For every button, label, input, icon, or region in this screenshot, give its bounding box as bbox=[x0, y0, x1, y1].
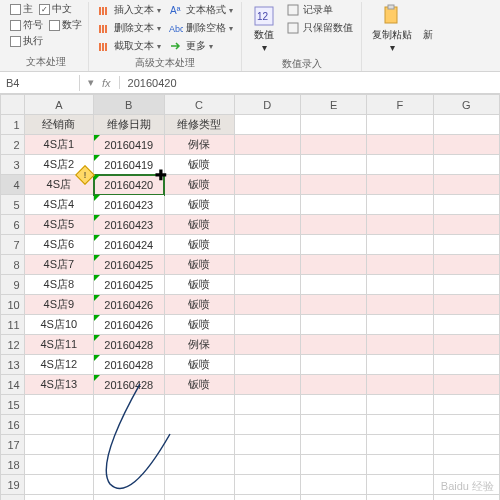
cell[interactable]: 20160428 bbox=[94, 355, 165, 375]
cell[interactable] bbox=[367, 415, 433, 435]
more-button[interactable]: 更多▾ bbox=[167, 38, 235, 54]
cell[interactable] bbox=[367, 255, 433, 275]
cell[interactable] bbox=[24, 415, 93, 435]
cell[interactable] bbox=[433, 455, 500, 475]
cell[interactable] bbox=[367, 115, 433, 135]
cell[interactable] bbox=[234, 275, 300, 295]
delete-space-button[interactable]: Abc删除空格▾ bbox=[167, 20, 235, 36]
row-header[interactable]: 4 bbox=[1, 175, 25, 195]
cell[interactable] bbox=[433, 215, 500, 235]
col-header-A[interactable]: A bbox=[24, 95, 93, 115]
cell[interactable] bbox=[300, 395, 366, 415]
cell[interactable] bbox=[433, 115, 500, 135]
format-text-button[interactable]: Aª文本格式▾ bbox=[167, 2, 235, 18]
cell[interactable] bbox=[234, 175, 300, 195]
cell[interactable] bbox=[433, 175, 500, 195]
cell[interactable]: 20160428 bbox=[94, 335, 165, 355]
checkbox-符号[interactable]: 符号 bbox=[10, 18, 43, 32]
cell[interactable] bbox=[234, 415, 300, 435]
cell[interactable] bbox=[234, 255, 300, 275]
cell[interactable] bbox=[367, 175, 433, 195]
cell[interactable] bbox=[433, 255, 500, 275]
cell[interactable]: 钣喷 bbox=[164, 255, 234, 275]
cell[interactable]: 20160425 bbox=[94, 255, 165, 275]
cell[interactable]: 4S店6 bbox=[24, 235, 93, 255]
cell[interactable]: 钣喷 bbox=[164, 295, 234, 315]
cell[interactable] bbox=[300, 135, 366, 155]
cell[interactable] bbox=[164, 395, 234, 415]
cell[interactable]: 20160426 bbox=[94, 315, 165, 335]
numeric-button[interactable]: 12数值▾ bbox=[248, 2, 280, 55]
cell[interactable] bbox=[24, 495, 93, 501]
cell[interactable]: 维修类型 bbox=[164, 115, 234, 135]
cell[interactable] bbox=[433, 275, 500, 295]
spreadsheet[interactable]: ABCDEFG1经销商维修日期维修类型24S店120160419例保34S店22… bbox=[0, 94, 500, 500]
formula-value[interactable]: 20160420 bbox=[120, 75, 500, 91]
copy-paste-button[interactable]: 复制粘贴▾ bbox=[368, 2, 416, 55]
cell[interactable] bbox=[433, 375, 500, 395]
cell[interactable]: 4S店12 bbox=[24, 355, 93, 375]
cell[interactable] bbox=[367, 375, 433, 395]
cell[interactable] bbox=[94, 415, 165, 435]
cell[interactable] bbox=[234, 335, 300, 355]
cell[interactable]: 20160428 bbox=[94, 375, 165, 395]
cell[interactable] bbox=[433, 135, 500, 155]
cell[interactable] bbox=[367, 315, 433, 335]
delete-text-button[interactable]: 删除文本▾ bbox=[95, 20, 163, 36]
cell[interactable] bbox=[234, 195, 300, 215]
cell[interactable] bbox=[164, 415, 234, 435]
cell[interactable] bbox=[94, 435, 165, 455]
checkbox-主[interactable]: 主 bbox=[10, 2, 33, 16]
cell[interactable] bbox=[433, 415, 500, 435]
cell[interactable] bbox=[433, 235, 500, 255]
cell[interactable]: 4S店4 bbox=[24, 195, 93, 215]
cell[interactable] bbox=[300, 455, 366, 475]
col-header-B[interactable]: B bbox=[94, 95, 165, 115]
cell[interactable] bbox=[24, 395, 93, 415]
col-header-E[interactable]: E bbox=[300, 95, 366, 115]
cell[interactable] bbox=[300, 115, 366, 135]
cell[interactable] bbox=[234, 375, 300, 395]
cell[interactable] bbox=[367, 195, 433, 215]
cell[interactable] bbox=[24, 475, 93, 495]
cell[interactable] bbox=[164, 495, 234, 501]
cell[interactable]: 钣喷 bbox=[164, 155, 234, 175]
cell[interactable] bbox=[24, 455, 93, 475]
cell[interactable] bbox=[234, 495, 300, 501]
cell[interactable] bbox=[367, 275, 433, 295]
cell[interactable] bbox=[300, 315, 366, 335]
cell[interactable] bbox=[234, 295, 300, 315]
cell[interactable] bbox=[24, 435, 93, 455]
checkbox-数字[interactable]: 数字 bbox=[49, 18, 82, 32]
cell[interactable] bbox=[164, 455, 234, 475]
cell[interactable] bbox=[300, 335, 366, 355]
cell[interactable] bbox=[300, 495, 366, 501]
row-header[interactable]: 19 bbox=[1, 475, 25, 495]
col-header-F[interactable]: F bbox=[367, 95, 433, 115]
row-header[interactable]: 15 bbox=[1, 395, 25, 415]
cell[interactable] bbox=[234, 395, 300, 415]
cell[interactable]: 20160423 bbox=[94, 195, 165, 215]
cell[interactable] bbox=[433, 335, 500, 355]
cell[interactable]: 维修日期 bbox=[94, 115, 165, 135]
cell[interactable] bbox=[367, 395, 433, 415]
col-header-D[interactable]: D bbox=[234, 95, 300, 115]
namebox-dd-icon[interactable]: ▾ bbox=[88, 76, 94, 89]
row-header[interactable]: 14 bbox=[1, 375, 25, 395]
cell[interactable]: 钣喷 bbox=[164, 215, 234, 235]
cell[interactable]: 4S店8 bbox=[24, 275, 93, 295]
cell[interactable] bbox=[300, 415, 366, 435]
row-header[interactable]: 2 bbox=[1, 135, 25, 155]
row-header[interactable]: 9 bbox=[1, 275, 25, 295]
cell[interactable]: 20160423 bbox=[94, 215, 165, 235]
row-header[interactable]: 18 bbox=[1, 455, 25, 475]
cell[interactable] bbox=[367, 155, 433, 175]
row-header[interactable]: 10 bbox=[1, 295, 25, 315]
cell[interactable] bbox=[433, 295, 500, 315]
cell[interactable]: 钣喷 bbox=[164, 195, 234, 215]
cell[interactable]: 4S店9 bbox=[24, 295, 93, 315]
cell[interactable]: 4S店10 bbox=[24, 315, 93, 335]
cell[interactable] bbox=[234, 135, 300, 155]
cell[interactable] bbox=[300, 355, 366, 375]
cell[interactable] bbox=[433, 495, 500, 501]
